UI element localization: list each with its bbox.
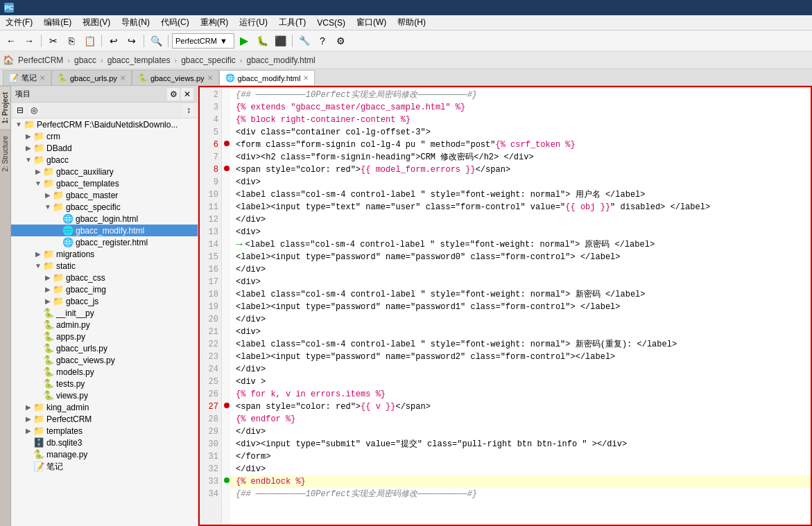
menu-item[interactable]: 导航(N) bbox=[116, 15, 155, 30]
tree-toggle-gbacc_js[interactable]: ▶ bbox=[43, 297, 53, 305]
toolbar-copy-btn[interactable]: ⎘ bbox=[63, 33, 80, 49]
tree-item-static[interactable]: ▼ 📁 static bbox=[11, 260, 198, 272]
tree-item-gbacc_modify[interactable]: 🌐 gbacc_modify.html bbox=[11, 225, 198, 236]
tree-toggle-gbacc_master[interactable]: ▶ bbox=[43, 191, 53, 199]
tree-item-king_admin[interactable]: ▶ 📁 king_admin bbox=[11, 401, 198, 413]
help-btn[interactable]: ? bbox=[314, 33, 331, 49]
tree-toggle-dbadd[interactable]: ▶ bbox=[24, 144, 33, 152]
vcs-btn[interactable]: 🔧 bbox=[296, 33, 313, 49]
tree-item-gbacc_auxiliary[interactable]: ▶ 📁 gbacc_auxiliary bbox=[11, 166, 198, 177]
tree-item-tests_py[interactable]: 🐍 tests.py bbox=[11, 378, 198, 389]
menu-item[interactable]: 编辑(E) bbox=[38, 15, 77, 30]
tree-item-migrations[interactable]: ▶ 📁 migrations bbox=[11, 248, 198, 260]
tree-item-gbacc_specific[interactable]: ▼ 📁 gbacc_specific bbox=[11, 201, 198, 213]
tree-item-dbadd[interactable]: ▶ 📁 DBadd bbox=[11, 142, 198, 154]
tab-close-0[interactable]: ✕ bbox=[40, 74, 45, 82]
stop-btn[interactable]: ⬛ bbox=[272, 33, 288, 49]
tree-toggle-gbacc_auxiliary[interactable]: ▶ bbox=[33, 168, 43, 175]
toolbar-forward-btn[interactable]: → bbox=[21, 33, 37, 49]
tree-toggle-gbacc_img[interactable]: ▶ bbox=[43, 286, 53, 293]
tree-item-manage_py[interactable]: 🐍 manage.py bbox=[11, 448, 198, 460]
tree-toggle-perfectcrm_root2[interactable]: ▶ bbox=[24, 415, 33, 423]
tree-item-admin_py[interactable]: 🐍 admin.py bbox=[11, 319, 198, 331]
tab-close-2[interactable]: ✕ bbox=[207, 74, 213, 82]
tree-toggle-perfectcrm-root[interactable]: ▼ bbox=[14, 121, 24, 128]
tree-item-gbacc_register[interactable]: 🌐 gbacc_register.html bbox=[11, 236, 198, 248]
tree-item-gbacc_urls_py[interactable]: 🐍 gbacc_urls.py bbox=[11, 342, 198, 354]
code-line-26: {% for k, v in errors.items %} bbox=[230, 388, 811, 401]
tree-item-views_py[interactable]: 🐍 views.py bbox=[11, 389, 198, 401]
menu-item[interactable]: 帮助(H) bbox=[392, 15, 431, 30]
editor-tab-3[interactable]: 🌐gbacc_modify.html✕ bbox=[219, 70, 316, 85]
tree-icon-static: 📁 bbox=[43, 261, 54, 271]
menu-item[interactable]: 重构(R) bbox=[195, 15, 234, 30]
breadcrumb-modify[interactable]: gbacc_modify.html bbox=[244, 54, 318, 67]
breadcrumb-specific[interactable]: gbacc_specific bbox=[178, 54, 239, 67]
run-btn[interactable]: ▶ bbox=[236, 33, 252, 49]
menu-item[interactable]: 视图(V) bbox=[77, 15, 116, 30]
menu-item[interactable]: 窗口(W) bbox=[351, 15, 392, 30]
tab-close-1[interactable]: ✕ bbox=[120, 74, 126, 82]
tab-close-3[interactable]: ✕ bbox=[303, 74, 309, 82]
tree-item-init_py[interactable]: 🐍 __init__py bbox=[11, 307, 198, 319]
tree-item-gbacc_css[interactable]: ▶ 📁 gbacc_css bbox=[11, 272, 198, 283]
tree-toggle-static[interactable]: ▼ bbox=[33, 262, 43, 270]
tree-item-gbacc_templates[interactable]: ▼ 📁 gbacc_templates bbox=[11, 177, 198, 189]
tree-toggle-crm[interactable]: ▶ bbox=[24, 132, 33, 140]
tree-item-gbacc[interactable]: ▼ 📁 gbacc bbox=[11, 154, 198, 166]
tree-label-migrations: migrations bbox=[56, 249, 94, 259]
code-line-13: <div> bbox=[230, 226, 811, 238]
run-config-dropdown[interactable]: PerfectCRM ▼ bbox=[172, 33, 234, 49]
menu-item[interactable]: 工具(T) bbox=[273, 15, 311, 30]
gutter-marker-33 bbox=[224, 477, 230, 483]
tree-toggle-gbacc_specific[interactable]: ▼ bbox=[43, 203, 53, 211]
tree-item-gbacc_login[interactable]: 🌐 gbacc_login.html bbox=[11, 213, 198, 225]
tree-item-perfectcrm_root2[interactable]: ▶ 📁 PerfectCRM bbox=[11, 413, 198, 425]
project-panel-label[interactable]: 1: Project bbox=[0, 86, 10, 130]
menu-item[interactable]: 运行(U) bbox=[234, 15, 273, 30]
tree-toggle-templates[interactable]: ▶ bbox=[24, 427, 33, 435]
sort-btn[interactable]: ↕ bbox=[182, 104, 195, 116]
toolbar-redo-btn[interactable]: ↪ bbox=[123, 33, 140, 49]
editor-tab-1[interactable]: 🐍gbacc_urls.py✕ bbox=[51, 70, 132, 85]
collapse-all-btn[interactable]: ⊟ bbox=[14, 104, 26, 116]
toolbar-back-btn[interactable]: ← bbox=[3, 33, 19, 49]
breadcrumb-templates[interactable]: gbacc_templates bbox=[105, 54, 173, 67]
toolbar-paste-btn[interactable]: 📋 bbox=[81, 33, 98, 49]
tree-toggle-gbacc_templates[interactable]: ▼ bbox=[33, 179, 43, 187]
tree-item-perfectcrm-root[interactable]: ▼ 📁 PerfectCRM F:\BaiduNetdiskDownlo... bbox=[11, 119, 198, 130]
structure-panel-label[interactable]: 2: Structure bbox=[0, 130, 10, 177]
tree-item-crm[interactable]: ▶ 📁 crm bbox=[11, 130, 198, 142]
tree-toggle-gbacc[interactable]: ▼ bbox=[24, 156, 33, 164]
code-content[interactable]: {## ——————————10Perfect实现全局密码修改—————————… bbox=[230, 87, 811, 525]
tree-item-gbacc_views_py[interactable]: 🐍 gbacc_views.py bbox=[11, 354, 198, 366]
settings-btn[interactable]: ⚙ bbox=[332, 33, 349, 49]
tree-item-models_py[interactable]: 🐍 models.py bbox=[11, 366, 198, 378]
menu-item[interactable]: 文件(F) bbox=[0, 15, 38, 30]
tree-toggle-king_admin[interactable]: ▶ bbox=[24, 403, 33, 411]
breadcrumb-gbacc[interactable]: gbacc bbox=[71, 54, 99, 67]
toolbar-undo-btn[interactable]: ↩ bbox=[105, 33, 122, 49]
debug-btn[interactable]: 🐛 bbox=[254, 33, 270, 49]
tree-item-db_sqlite3[interactable]: 🗄️ db.sqlite3 bbox=[11, 437, 198, 448]
tree-item-gbacc_img[interactable]: ▶ 📁 gbacc_img bbox=[11, 283, 198, 295]
tree-item-apps_py[interactable]: 🐍 apps.py bbox=[11, 331, 198, 342]
menu-item[interactable]: VCS(S) bbox=[311, 17, 351, 29]
file-tree-close-btn[interactable]: ✕ bbox=[181, 88, 193, 100]
tree-item-gbacc_js[interactable]: ▶ 📁 gbacc_js bbox=[11, 295, 198, 307]
code-editor[interactable]: 2345678910111213141516171819202122232425… bbox=[198, 86, 812, 526]
toolbar-cut-btn[interactable]: ✂ bbox=[45, 33, 62, 49]
tree-item-templates[interactable]: ▶ 📁 templates bbox=[11, 425, 198, 437]
file-tree-settings-btn[interactable]: ⚙ bbox=[167, 88, 180, 100]
breadcrumb-perfectcrm[interactable]: PerfectCRM bbox=[15, 54, 66, 67]
tree-item-notes[interactable]: 📝 笔记 bbox=[11, 460, 198, 473]
locate-btn[interactable]: ◎ bbox=[28, 104, 40, 116]
editor-tab-0[interactable]: 📝笔记✕ bbox=[3, 70, 51, 85]
tree-toggle-gbacc_css[interactable]: ▶ bbox=[43, 274, 53, 281]
menu-item[interactable]: 代码(C) bbox=[155, 15, 195, 30]
editor-tab-2[interactable]: 🐍gbacc_views.py✕ bbox=[132, 70, 219, 85]
tree-icon-gbacc_login: 🌐 bbox=[62, 213, 74, 224]
tree-item-gbacc_master[interactable]: ▶ 📁 gbacc_master bbox=[11, 189, 198, 201]
tree-toggle-migrations[interactable]: ▶ bbox=[33, 250, 43, 258]
toolbar-search-btn[interactable]: 🔍 bbox=[148, 33, 164, 49]
